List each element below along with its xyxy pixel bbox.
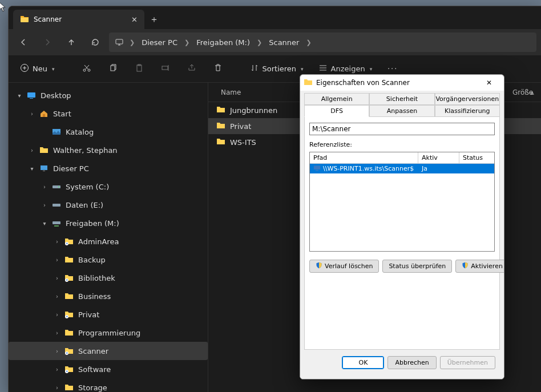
- tab-scanner[interactable]: Scanner ✕: [13, 10, 144, 29]
- breadcrumb-this-pc[interactable]: Dieser PC: [138, 37, 181, 49]
- tree-storage[interactable]: ›Storage: [9, 378, 208, 392]
- sort-button[interactable]: Sortieren ▾: [244, 59, 309, 79]
- tree-bibliothek[interactable]: ›Bibliothek: [9, 269, 208, 287]
- refresh-button[interactable]: [85, 32, 106, 52]
- col-pfad[interactable]: Pfad: [310, 152, 418, 163]
- tree-scanner[interactable]: ›Scanner: [9, 342, 208, 360]
- svg-rect-12: [41, 165, 47, 170]
- column-size[interactable]: Größe: [509, 83, 541, 102]
- column-name[interactable]: Name: [216, 86, 245, 99]
- copy-button[interactable]: [102, 59, 124, 79]
- reference-row[interactable]: \\WS-PRINT1.ws.its\Scanner$ Ja: [310, 164, 494, 173]
- dialog-close-button[interactable]: ✕: [478, 75, 500, 90]
- chevron-right-icon[interactable]: ❯: [128, 39, 136, 46]
- back-button[interactable]: [13, 32, 34, 52]
- share-icon: [187, 63, 196, 74]
- chevron-right-icon[interactable]: ❯: [256, 39, 263, 46]
- sort-icon: [250, 63, 259, 74]
- breadcrumb[interactable]: ❯ Dieser PC ❯ Freigaben (M:) ❯ Scanner ❯: [109, 33, 536, 52]
- tab-klassifizierung[interactable]: Klassifizierung: [435, 105, 500, 117]
- tab-sicherheit[interactable]: Sicherheit: [369, 93, 434, 105]
- up-button[interactable]: [61, 32, 82, 52]
- tab-dfs[interactable]: DFS: [304, 105, 369, 117]
- breadcrumb-scanner[interactable]: Scanner: [265, 37, 302, 49]
- window-tabbar: Scanner ✕ ＋: [9, 6, 541, 29]
- cancel-button[interactable]: Abbrechen: [387, 356, 436, 369]
- view-icon: [318, 63, 328, 74]
- reference-table[interactable]: Pfad Aktiv Status \\WS-PRINT1.ws.its\Sca…: [309, 152, 495, 252]
- tree-programmierung[interactable]: ›Programmierung: [9, 324, 208, 342]
- network-icon: [313, 164, 321, 173]
- shield-icon: [462, 262, 469, 270]
- svg-rect-8: [27, 92, 35, 98]
- breadcrumb-freigaben[interactable]: Freigaben (M:): [193, 37, 253, 49]
- activate-button[interactable]: Aktivieren: [455, 260, 504, 273]
- trash-icon: [213, 63, 223, 74]
- dialog-titlebar[interactable]: Eigenschaften von Scanner ✕: [300, 75, 504, 91]
- folder-icon: [216, 105, 225, 116]
- file-name: WS-ITS: [230, 138, 256, 147]
- chevron-down-icon: ▾: [301, 66, 304, 72]
- svg-point-2: [83, 69, 86, 71]
- paste-button[interactable]: [128, 59, 151, 79]
- tab-anpassen[interactable]: Anpassen: [369, 105, 434, 117]
- clear-history-button[interactable]: Verlauf löschen: [309, 260, 379, 273]
- network-drive-icon: [51, 219, 62, 228]
- chevron-right-icon[interactable]: ❯: [183, 39, 191, 46]
- dialog-footer: OK Abbrechen Übernehmen: [304, 350, 500, 375]
- svg-rect-17: [53, 221, 60, 224]
- delete-button[interactable]: [207, 59, 229, 79]
- drive-icon: [51, 182, 62, 191]
- col-aktiv[interactable]: Aktiv: [418, 152, 459, 163]
- more-icon: ···: [387, 64, 398, 73]
- share-button[interactable]: [180, 59, 203, 79]
- home-icon: [38, 109, 50, 118]
- tree-business[interactable]: ›Business: [9, 287, 208, 305]
- rename-button[interactable]: [154, 59, 177, 79]
- rename-icon: [161, 63, 170, 74]
- tab-close-icon[interactable]: ✕: [131, 15, 138, 24]
- view-label: Anzeigen: [331, 64, 365, 73]
- tree-freigaben-m[interactable]: ▾Freigaben (M:): [9, 214, 208, 232]
- svg-rect-24: [316, 169, 318, 171]
- folder-shortcut-icon: [63, 237, 75, 246]
- dfs-path-input[interactable]: [309, 123, 495, 135]
- tree-backup[interactable]: ›Backup: [9, 250, 208, 269]
- tree-start[interactable]: ›Start: [9, 104, 208, 123]
- svg-rect-7: [162, 66, 168, 70]
- file-name: Jungbrunnen: [230, 106, 277, 115]
- tree-thispc[interactable]: ▾Dieser PC: [9, 159, 208, 177]
- tree-system-c[interactable]: ›System (C:): [9, 177, 208, 196]
- tab-vorgaengerversionen[interactable]: Vorgängerversionen: [435, 93, 500, 105]
- reference-list-label: Referenzliste:: [309, 141, 495, 148]
- tree-katalog[interactable]: Katalog: [9, 123, 208, 141]
- nav-tree[interactable]: ▾Desktop ›Start Katalog ›Walther, Stepha…: [9, 83, 208, 392]
- forward-button[interactable]: [37, 32, 58, 52]
- svg-rect-5: [137, 65, 142, 71]
- tree-desktop[interactable]: ▾Desktop: [9, 86, 208, 104]
- monitor-icon: [38, 164, 50, 173]
- monitor-icon: [112, 38, 126, 47]
- folder-icon: [38, 146, 50, 155]
- new-tab-button[interactable]: ＋: [144, 10, 164, 29]
- new-button[interactable]: Neu ▾: [14, 59, 60, 79]
- folder-shortcut-icon: [63, 346, 75, 355]
- tree-software[interactable]: ›Software: [9, 360, 208, 378]
- tab-allgemein[interactable]: Allgemein: [304, 93, 369, 105]
- svg-rect-9: [30, 98, 33, 99]
- apply-button[interactable]: Übernehmen: [440, 356, 495, 369]
- shield-icon: [316, 262, 322, 270]
- tree-privat[interactable]: ›Privat: [9, 305, 208, 324]
- chevron-down-icon: ▾: [52, 66, 55, 72]
- check-status-button[interactable]: Status überprüfen: [382, 260, 452, 273]
- dialog-tabs: Allgemein Sicherheit Vorgängerversionen …: [304, 93, 500, 117]
- tree-daten-e[interactable]: ›Daten (E:): [9, 196, 208, 214]
- folder-shortcut-icon: [63, 365, 75, 374]
- ok-button[interactable]: OK: [342, 356, 384, 369]
- chevron-right-icon[interactable]: ❯: [305, 39, 312, 46]
- tree-walther[interactable]: ›Walther, Stephan: [9, 141, 208, 159]
- tree-adminarea[interactable]: ›AdminArea: [9, 232, 208, 250]
- cut-button[interactable]: [75, 59, 98, 79]
- col-status[interactable]: Status: [459, 152, 494, 163]
- desktop-icon: [26, 91, 37, 100]
